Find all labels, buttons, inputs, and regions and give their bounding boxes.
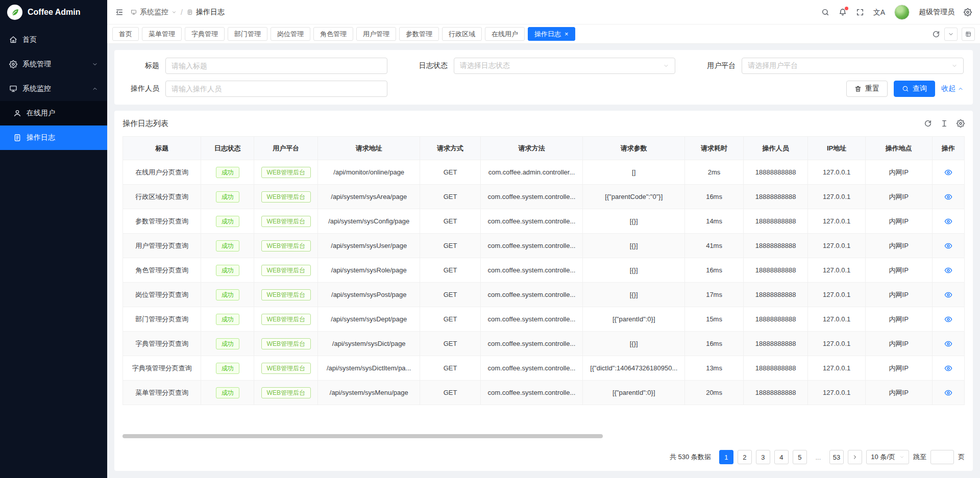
- view-detail-eye-icon[interactable]: [944, 217, 952, 225]
- status-badge: 成功: [216, 265, 239, 276]
- title-cell: 菜单管理分页查询: [123, 381, 201, 405]
- view-detail-eye-icon[interactable]: [944, 193, 952, 201]
- sidebar-item-label: 系统监控: [22, 84, 51, 93]
- avatar[interactable]: [894, 5, 910, 20]
- view-detail-eye-icon[interactable]: [944, 389, 952, 397]
- tab-角色管理[interactable]: 角色管理: [313, 27, 353, 41]
- page-ellipsis[interactable]: ...: [811, 450, 825, 464]
- jump-page-input[interactable]: [930, 450, 954, 464]
- column-header: 操作: [932, 137, 964, 160]
- view-detail-eye-icon[interactable]: [944, 291, 952, 299]
- tab-refresh-icon[interactable]: [932, 30, 940, 38]
- notification-bell-icon[interactable]: [839, 8, 847, 16]
- sidebar-item-home[interactable]: 首页: [0, 28, 107, 52]
- table-size-icon[interactable]: [940, 119, 948, 128]
- title-cell: 角色管理分页查询: [123, 258, 201, 283]
- duration-cell: 16ms: [685, 258, 743, 283]
- page-button-5[interactable]: 5: [793, 450, 807, 464]
- operator-cell: 18888888888: [743, 209, 808, 234]
- url-cell: /api/system/sysConfig/page: [318, 209, 420, 234]
- status-cell: 成功: [201, 356, 254, 381]
- search-icon[interactable]: [821, 8, 829, 16]
- horizontal-scrollbar[interactable]: [122, 434, 603, 438]
- operator-cell: 18888888888: [743, 258, 808, 283]
- settings-gear-icon[interactable]: [964, 8, 972, 16]
- title-cell: 用户管理分页查询: [123, 234, 201, 258]
- view-detail-eye-icon[interactable]: [944, 168, 952, 177]
- ip-cell: 127.0.0.1: [808, 356, 865, 381]
- operator-input[interactable]: [165, 81, 387, 97]
- platform-badge: WEB管理后台: [261, 338, 311, 349]
- page-size-select[interactable]: 10 条/页: [866, 450, 909, 464]
- method-cell: GET: [420, 185, 481, 209]
- func-cell: com.coffee.system.controlle...: [480, 381, 582, 405]
- location-cell: 内网IP: [865, 307, 932, 332]
- platform-badge: WEB管理后台: [261, 314, 311, 325]
- reset-button[interactable]: 重置: [846, 81, 888, 97]
- view-detail-eye-icon[interactable]: [944, 364, 952, 372]
- status-cell: 成功: [201, 332, 254, 356]
- tab-操作日志[interactable]: 操作日志×: [528, 27, 575, 41]
- page-button-3[interactable]: 3: [756, 450, 770, 464]
- view-detail-eye-icon[interactable]: [944, 266, 952, 274]
- page-button-53[interactable]: 53: [829, 450, 844, 464]
- ip-cell: 127.0.0.1: [808, 258, 865, 283]
- tab-岗位管理[interactable]: 岗位管理: [271, 27, 310, 41]
- ip-cell: 127.0.0.1: [808, 332, 865, 356]
- collapse-filters-link[interactable]: 收起: [941, 84, 964, 93]
- column-settings-gear-icon[interactable]: [957, 119, 965, 128]
- sidebar-item-system-monitor[interactable]: 系统监控: [0, 77, 107, 101]
- tab-close-icon[interactable]: ×: [565, 31, 569, 37]
- platform-cell: WEB管理后台: [254, 258, 318, 283]
- url-cell: /api/monitor/online/page: [318, 160, 420, 185]
- monitor-icon: [131, 9, 137, 15]
- table-row: 字典管理分页查询成功WEB管理后台/api/system/sysDict/pag…: [123, 332, 965, 356]
- tab-菜单管理[interactable]: 菜单管理: [142, 27, 182, 41]
- sidebar-collapse-icon[interactable]: [115, 8, 124, 16]
- params-cell: []: [583, 160, 685, 185]
- sidebar-item-operation-log[interactable]: 操作日志: [0, 125, 107, 150]
- view-detail-eye-icon[interactable]: [944, 340, 952, 348]
- sidebar-item-system-mgmt[interactable]: 系统管理: [0, 52, 107, 77]
- refresh-icon[interactable]: [924, 119, 932, 128]
- table-row: 部门管理分页查询成功WEB管理后台/api/system/sysDept/pag…: [123, 307, 965, 332]
- current-user-name[interactable]: 超级管理员: [919, 8, 954, 17]
- location-cell: 内网IP: [865, 332, 932, 356]
- title-input[interactable]: [165, 58, 387, 74]
- search-button[interactable]: 查询: [894, 81, 935, 97]
- page-button-4[interactable]: 4: [774, 450, 789, 464]
- log-icon: [187, 9, 193, 15]
- status-select[interactable]: 请选择日志状态: [454, 58, 676, 74]
- fullscreen-icon[interactable]: [856, 8, 864, 16]
- page-button-2[interactable]: 2: [738, 450, 752, 464]
- tab-字典管理[interactable]: 字典管理: [185, 27, 225, 41]
- duration-cell: 16ms: [685, 185, 743, 209]
- view-detail-eye-icon[interactable]: [944, 242, 952, 250]
- status-select-placeholder: 请选择日志状态: [460, 61, 664, 70]
- app-logo[interactable]: Coffee Admin: [0, 0, 107, 24]
- breadcrumb-parent[interactable]: 系统监控: [131, 8, 177, 17]
- tab-首页[interactable]: 首页: [112, 27, 139, 41]
- jump-prefix-label: 跳至: [913, 452, 926, 462]
- tab-layout-icon[interactable]: [962, 28, 975, 41]
- tab-部门管理[interactable]: 部门管理: [228, 27, 267, 41]
- duration-cell: 2ms: [685, 160, 743, 185]
- platform-badge: WEB管理后台: [261, 363, 311, 374]
- url-cell: /api/system/sysUser/page: [318, 234, 420, 258]
- tab-dropdown-chevron-icon[interactable]: [944, 28, 958, 41]
- view-detail-eye-icon[interactable]: [944, 315, 952, 323]
- params-cell: [{"dictId":140647326180950...: [583, 356, 685, 381]
- list-title: 操作日志列表: [122, 119, 168, 129]
- next-page-button[interactable]: [848, 450, 862, 464]
- tab-行政区域[interactable]: 行政区域: [442, 27, 482, 41]
- tab-用户管理[interactable]: 用户管理: [356, 27, 396, 41]
- operator-cell: 18888888888: [743, 160, 808, 185]
- sidebar: Coffee Admin 首页 系统管理 系统监控 在线用户 操作日志: [0, 0, 107, 478]
- platform-select[interactable]: 请选择用户平台: [742, 58, 964, 74]
- sidebar-item-online-users[interactable]: 在线用户: [0, 101, 107, 125]
- ip-cell: 127.0.0.1: [808, 185, 865, 209]
- language-translate-icon[interactable]: 文A: [873, 9, 885, 16]
- tab-参数管理[interactable]: 参数管理: [399, 27, 439, 41]
- tab-在线用户[interactable]: 在线用户: [485, 27, 525, 41]
- page-button-1[interactable]: 1: [719, 450, 733, 464]
